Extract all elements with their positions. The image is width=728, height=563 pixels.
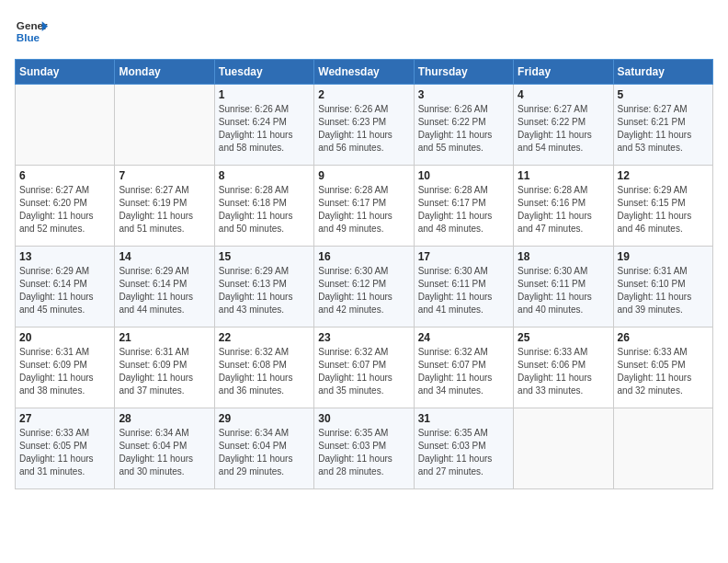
calendar-day-11: 11Sunrise: 6:28 AM Sunset: 6:16 PM Dayli… (514, 166, 613, 247)
calendar-day-empty (115, 85, 214, 166)
day-info: Sunrise: 6:31 AM Sunset: 6:10 PM Dayligh… (618, 265, 709, 316)
calendar-day-26: 26Sunrise: 6:33 AM Sunset: 6:05 PM Dayli… (613, 327, 712, 408)
calendar-day-empty (613, 408, 712, 489)
day-number: 10 (418, 169, 509, 182)
day-number: 12 (618, 169, 709, 182)
day-info: Sunrise: 6:30 AM Sunset: 6:12 PM Dayligh… (318, 265, 409, 316)
day-number: 13 (19, 250, 110, 263)
day-info: Sunrise: 6:33 AM Sunset: 6:05 PM Dayligh… (19, 427, 110, 478)
calendar-day-empty (514, 408, 613, 489)
day-number: 31 (418, 412, 509, 425)
day-number: 19 (618, 250, 709, 263)
day-info: Sunrise: 6:32 AM Sunset: 6:07 PM Dayligh… (418, 346, 509, 397)
calendar-day-9: 9Sunrise: 6:28 AM Sunset: 6:17 PM Daylig… (314, 166, 414, 247)
day-number: 1 (219, 88, 310, 101)
day-number: 16 (318, 250, 409, 263)
calendar-day-22: 22Sunrise: 6:32 AM Sunset: 6:08 PM Dayli… (214, 327, 313, 408)
calendar-day-17: 17Sunrise: 6:30 AM Sunset: 6:11 PM Dayli… (414, 247, 513, 327)
day-info: Sunrise: 6:33 AM Sunset: 6:06 PM Dayligh… (518, 346, 609, 397)
calendar-day-23: 23Sunrise: 6:32 AM Sunset: 6:07 PM Dayli… (314, 327, 414, 408)
calendar-day-25: 25Sunrise: 6:33 AM Sunset: 6:06 PM Dayli… (514, 327, 613, 408)
day-number: 20 (19, 331, 110, 344)
day-info: Sunrise: 6:34 AM Sunset: 6:04 PM Dayligh… (119, 427, 210, 478)
calendar-day-18: 18Sunrise: 6:30 AM Sunset: 6:11 PM Dayli… (514, 247, 613, 327)
calendar-day-28: 28Sunrise: 6:34 AM Sunset: 6:04 PM Dayli… (115, 408, 214, 489)
day-number: 15 (219, 250, 310, 263)
calendar-day-6: 6Sunrise: 6:27 AM Sunset: 6:20 PM Daylig… (16, 166, 115, 247)
day-number: 17 (418, 250, 509, 263)
day-info: Sunrise: 6:27 AM Sunset: 6:22 PM Dayligh… (518, 103, 609, 155)
calendar-day-29: 29Sunrise: 6:34 AM Sunset: 6:04 PM Dayli… (214, 408, 313, 489)
day-info: Sunrise: 6:28 AM Sunset: 6:17 PM Dayligh… (418, 184, 509, 236)
day-info: Sunrise: 6:30 AM Sunset: 6:11 PM Dayligh… (518, 265, 609, 316)
day-info: Sunrise: 6:26 AM Sunset: 6:22 PM Dayligh… (418, 103, 509, 155)
day-number: 24 (418, 331, 509, 344)
calendar-day-7: 7Sunrise: 6:27 AM Sunset: 6:19 PM Daylig… (115, 166, 214, 247)
calendar-day-13: 13Sunrise: 6:29 AM Sunset: 6:14 PM Dayli… (16, 247, 115, 327)
calendar-day-14: 14Sunrise: 6:29 AM Sunset: 6:14 PM Dayli… (115, 247, 214, 327)
calendar-table: SundayMondayTuesdayWednesdayThursdayFrid… (15, 59, 713, 489)
day-number: 3 (418, 88, 509, 101)
day-info: Sunrise: 6:31 AM Sunset: 6:09 PM Dayligh… (119, 346, 210, 397)
day-number: 9 (318, 169, 409, 182)
calendar-day-2: 2Sunrise: 6:26 AM Sunset: 6:23 PM Daylig… (314, 85, 414, 166)
day-number: 23 (318, 331, 409, 344)
logo-icon: General Blue (15, 15, 48, 48)
day-number: 22 (219, 331, 310, 344)
calendar-day-10: 10Sunrise: 6:28 AM Sunset: 6:17 PM Dayli… (414, 166, 513, 247)
calendar-header-row: SundayMondayTuesdayWednesdayThursdayFrid… (16, 60, 713, 85)
day-info: Sunrise: 6:27 AM Sunset: 6:21 PM Dayligh… (618, 103, 709, 155)
logo: General Blue (15, 15, 48, 48)
day-info: Sunrise: 6:26 AM Sunset: 6:24 PM Dayligh… (219, 103, 310, 155)
calendar-day-15: 15Sunrise: 6:29 AM Sunset: 6:13 PM Dayli… (214, 247, 313, 327)
column-header-friday: Friday (514, 60, 613, 85)
day-number: 18 (518, 250, 609, 263)
day-number: 11 (518, 169, 609, 182)
column-header-thursday: Thursday (414, 60, 513, 85)
column-header-tuesday: Tuesday (214, 60, 313, 85)
calendar-day-27: 27Sunrise: 6:33 AM Sunset: 6:05 PM Dayli… (16, 408, 115, 489)
calendar-day-20: 20Sunrise: 6:31 AM Sunset: 6:09 PM Dayli… (16, 327, 115, 408)
calendar-day-24: 24Sunrise: 6:32 AM Sunset: 6:07 PM Dayli… (414, 327, 513, 408)
day-number: 21 (119, 331, 210, 344)
day-info: Sunrise: 6:34 AM Sunset: 6:04 PM Dayligh… (219, 427, 310, 478)
day-number: 14 (119, 250, 210, 263)
calendar-week-row: 20Sunrise: 6:31 AM Sunset: 6:09 PM Dayli… (16, 327, 713, 408)
day-info: Sunrise: 6:27 AM Sunset: 6:19 PM Dayligh… (119, 184, 210, 236)
day-info: Sunrise: 6:35 AM Sunset: 6:03 PM Dayligh… (418, 427, 509, 478)
calendar-day-8: 8Sunrise: 6:28 AM Sunset: 6:18 PM Daylig… (214, 166, 313, 247)
column-header-monday: Monday (115, 60, 214, 85)
column-header-wednesday: Wednesday (314, 60, 414, 85)
day-info: Sunrise: 6:32 AM Sunset: 6:07 PM Dayligh… (318, 346, 409, 397)
calendar-day-21: 21Sunrise: 6:31 AM Sunset: 6:09 PM Dayli… (115, 327, 214, 408)
day-info: Sunrise: 6:29 AM Sunset: 6:15 PM Dayligh… (618, 184, 709, 236)
day-number: 7 (119, 169, 210, 182)
day-number: 26 (618, 331, 709, 344)
calendar-body: 1Sunrise: 6:26 AM Sunset: 6:24 PM Daylig… (16, 85, 713, 489)
day-info: Sunrise: 6:29 AM Sunset: 6:14 PM Dayligh… (19, 265, 110, 316)
column-header-sunday: Sunday (16, 60, 115, 85)
page-header: General Blue (15, 15, 713, 48)
day-number: 5 (618, 88, 709, 101)
day-info: Sunrise: 6:30 AM Sunset: 6:11 PM Dayligh… (418, 265, 509, 316)
day-number: 6 (19, 169, 110, 182)
calendar-day-5: 5Sunrise: 6:27 AM Sunset: 6:21 PM Daylig… (613, 85, 712, 166)
day-number: 25 (518, 331, 609, 344)
day-info: Sunrise: 6:28 AM Sunset: 6:16 PM Dayligh… (518, 184, 609, 236)
calendar-week-row: 13Sunrise: 6:29 AM Sunset: 6:14 PM Dayli… (16, 247, 713, 327)
day-number: 27 (19, 412, 110, 425)
day-info: Sunrise: 6:27 AM Sunset: 6:20 PM Dayligh… (19, 184, 110, 236)
day-number: 8 (219, 169, 310, 182)
day-number: 28 (119, 412, 210, 425)
calendar-day-16: 16Sunrise: 6:30 AM Sunset: 6:12 PM Dayli… (314, 247, 414, 327)
calendar-week-row: 1Sunrise: 6:26 AM Sunset: 6:24 PM Daylig… (16, 85, 713, 166)
calendar-day-empty (16, 85, 115, 166)
day-number: 2 (318, 88, 409, 101)
day-info: Sunrise: 6:26 AM Sunset: 6:23 PM Dayligh… (318, 103, 409, 155)
day-info: Sunrise: 6:35 AM Sunset: 6:03 PM Dayligh… (318, 427, 409, 478)
svg-text:Blue: Blue (17, 31, 40, 43)
calendar-day-3: 3Sunrise: 6:26 AM Sunset: 6:22 PM Daylig… (414, 85, 513, 166)
day-info: Sunrise: 6:32 AM Sunset: 6:08 PM Dayligh… (219, 346, 310, 397)
calendar-day-30: 30Sunrise: 6:35 AM Sunset: 6:03 PM Dayli… (314, 408, 414, 489)
calendar-week-row: 27Sunrise: 6:33 AM Sunset: 6:05 PM Dayli… (16, 408, 713, 489)
